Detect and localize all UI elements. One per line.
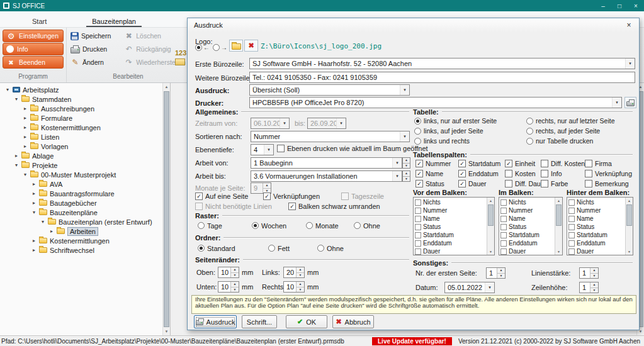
arbeit-von-combo[interactable]: 1 Baubeginn▾: [251, 157, 402, 169]
checkbox-kosten[interactable]: Kosten: [505, 170, 541, 177]
tree-expander-icon[interactable]: ▾: [30, 209, 38, 215]
ribbon-button-speichern[interactable]: Speichern: [68, 30, 119, 42]
list-option-startdatum[interactable]: Startdatum: [500, 231, 555, 239]
checkbox-box[interactable]: [568, 224, 575, 230]
checkbox-box[interactable]: [195, 203, 203, 210]
list-option-nichts[interactable]: Nichts: [415, 198, 487, 206]
tree-expander-icon[interactable]: ▾: [13, 96, 20, 102]
radio-standard[interactable]: Standard: [198, 245, 268, 252]
list-option-nummer[interactable]: Nummer: [500, 206, 555, 215]
radio-rechts-nur-auf-letzter-seite[interactable]: rechts, nur auf letzter Seite: [526, 117, 614, 125]
chevron-down-icon[interactable]: ▾: [280, 118, 289, 128]
tree-item-ausschreibungen[interactable]: ▸Ausschreibungen: [0, 104, 170, 113]
tree-expander-icon[interactable]: ▸: [21, 125, 29, 130]
links-spinner[interactable]: 20▲▼: [283, 267, 305, 278]
dialog-close-button[interactable]: ×: [619, 18, 639, 32]
scrollbar-thumb[interactable]: [488, 204, 494, 226]
checkbox-box[interactable]: [585, 160, 592, 167]
ok-button[interactable]: ✔ OK: [286, 315, 327, 328]
checkbox-box[interactable]: [500, 248, 507, 255]
logo-remove-button[interactable]: ✖: [244, 40, 258, 52]
checkbox-box[interactable]: [568, 208, 575, 214]
tree-expander-icon[interactable]: ▸: [21, 143, 29, 149]
scroll-up-icon[interactable]: ▲: [626, 198, 633, 204]
checkbox-farbe[interactable]: Farbe: [541, 180, 585, 187]
linienstaerke-spinner[interactable]: 1▲▼: [579, 267, 599, 279]
radio-ohne[interactable]: Ohne: [317, 245, 344, 252]
checkbox-startdatum[interactable]: ✓Startdatum: [458, 160, 505, 167]
ribbon-button-löschen[interactable]: ✖Löschen: [121, 30, 188, 42]
tree-item-listen[interactable]: ▸Listen: [0, 132, 170, 142]
checkbox-box[interactable]: ✓: [415, 170, 423, 177]
spinner-buttons[interactable]: ▲▼: [296, 282, 304, 292]
ribbon-button-drucken[interactable]: Drucken: [68, 43, 119, 55]
tree-item-schriftwechsel[interactable]: ▸Schriftwechsel: [0, 245, 170, 255]
ebenentiefe-combo[interactable]: 4▾: [251, 144, 274, 155]
checkbox-box[interactable]: ✓: [458, 170, 466, 177]
dialog-titlebar[interactable]: Ausdruck ×: [188, 18, 639, 32]
rechts-spinner[interactable]: 10▲▼: [283, 281, 305, 293]
ausdruck-combo[interactable]: Übersicht (Soll)▾: [249, 84, 410, 96]
spinner-buttons[interactable]: ▲▼: [230, 267, 239, 277]
checkbox-box[interactable]: [277, 145, 285, 152]
list-option-nummer[interactable]: Nummer: [415, 206, 487, 215]
tree-item-arbeitsplatz[interactable]: ▾Arbeitsplatz: [0, 85, 170, 94]
checkbox-diff-kosten[interactable]: Diff. Kosten: [541, 160, 585, 167]
checkbox-enddatum[interactable]: ✓Enddatum: [458, 170, 505, 177]
tree-item-stammdaten[interactable]: ▾Stammdaten: [0, 94, 170, 104]
checkbox-box[interactable]: ✓: [415, 180, 423, 187]
scroll-up-icon[interactable]: ▲: [555, 198, 562, 204]
tree-expander-icon[interactable]: ▸: [21, 134, 29, 140]
ausdruck-button[interactable]: Ausdruck: [194, 315, 237, 328]
list-option-enddatum[interactable]: Enddatum: [415, 239, 487, 247]
list-option-startdatum[interactable]: Startdatum: [568, 231, 625, 239]
checkbox-box[interactable]: ✓: [415, 160, 423, 167]
tree-expander-icon[interactable]: ▸: [30, 191, 38, 196]
chevron-down-icon[interactable]: ▾: [400, 131, 409, 142]
checkbox-nicht-benötigte-linien[interactable]: Nicht benötigte Linien: [195, 203, 288, 210]
tree-item-ablage[interactable]: ▸Ablage: [0, 151, 170, 160]
drucker-combo[interactable]: HPCBB5FB (HP OfficeJet Pro 8720)▾: [249, 97, 622, 108]
list-option-dauer[interactable]: Dauer: [415, 247, 487, 255]
radio-nur-tabelle-drucken[interactable]: nur Tabelle drucken: [526, 137, 614, 145]
radio-tage[interactable]: Tage: [198, 222, 252, 230]
scrollbar-thumb[interactable]: [556, 204, 562, 226]
checkbox-box[interactable]: ✓: [458, 160, 466, 167]
abbruch-button[interactable]: ✖ Abbruch: [332, 315, 374, 328]
checkbox-box[interactable]: [541, 170, 548, 177]
radio-wochen[interactable]: Wochen: [252, 222, 306, 230]
checkbox-bemerkung[interactable]: Bemerkung: [585, 180, 632, 187]
tree-expander-icon[interactable]: ▸: [30, 200, 38, 206]
hinter-dem-balken-listbox[interactable]: NichtsNummerNameStatusStartdatumEnddatum…: [567, 197, 633, 255]
checkbox-box[interactable]: [415, 208, 421, 214]
checkbox-verknüpfungen[interactable]: ✓Verknüpfungen: [263, 193, 341, 200]
list-option-nichts[interactable]: Nichts: [568, 198, 625, 206]
erste-buerozeile-combo[interactable]: SJ Software GmbH - Haarhofstr. 52 - 5208…: [249, 58, 635, 69]
scrollbar-thumb[interactable]: [164, 91, 169, 327]
list-option-nichts[interactable]: Nichts: [500, 198, 555, 206]
radio-links-und-rechts[interactable]: links und rechts: [414, 137, 526, 145]
tree-item-vorlagen[interactable]: ▸Vorlagen: [0, 142, 170, 151]
radio-fett[interactable]: Fett: [268, 245, 317, 252]
checkbox-box[interactable]: [500, 199, 507, 206]
tree-item-projekte[interactable]: ▾Projekte: [0, 160, 170, 170]
checkbox-box[interactable]: [500, 240, 507, 247]
radio-links-auf-jeder-seite[interactable]: links, auf jeder Seite: [414, 127, 526, 135]
checkbox-box[interactable]: [568, 199, 575, 206]
checkbox-box[interactable]: ✓: [195, 193, 203, 200]
tree-expander-icon[interactable]: ▾: [39, 219, 47, 225]
list-option-enddatum[interactable]: Enddatum: [568, 239, 625, 247]
checkbox-box[interactable]: [415, 216, 421, 222]
radio-rechts-auf-jeder-seite[interactable]: rechts, auf jeder Seite: [526, 127, 614, 135]
list-option-dauer[interactable]: Dauer: [500, 247, 555, 255]
chevron-down-icon[interactable]: ▾: [392, 171, 402, 181]
spinner-buttons[interactable]: ▲▼: [230, 282, 239, 292]
chevron-down-icon[interactable]: ▾: [612, 98, 621, 108]
scrollbar-thumb[interactable]: [626, 204, 632, 226]
arbeit-bis-spinner[interactable]: ▲▼: [402, 170, 410, 182]
unten-spinner[interactable]: 10▲▼: [218, 281, 239, 293]
tree-item-kostenermittlungen[interactable]: ▸Kostenermittlungen: [0, 236, 170, 245]
checkbox-box[interactable]: [500, 216, 507, 222]
radio-monate[interactable]: Monate: [306, 222, 354, 230]
tree-expander-icon[interactable]: ▾: [13, 162, 20, 168]
